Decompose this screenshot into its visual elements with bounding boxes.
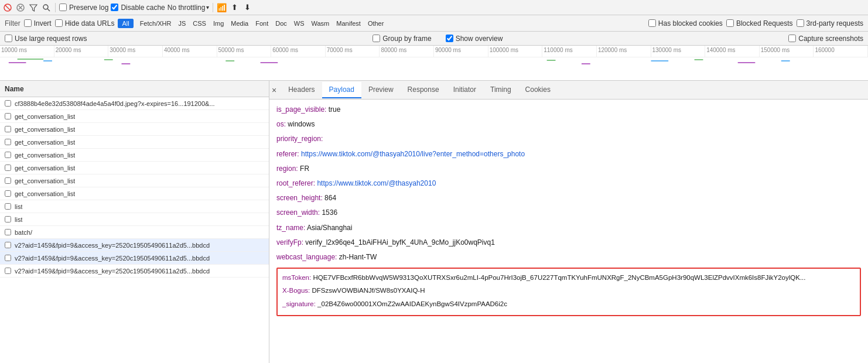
filter-icon[interactable]: [28, 2, 39, 13]
filter-ws[interactable]: WS: [291, 19, 307, 28]
item-checkbox[interactable]: [5, 255, 11, 261]
item-checkbox[interactable]: [5, 177, 11, 184]
group-by-frame-checkbox[interactable]: Group by frame: [373, 35, 431, 43]
tab-initiator[interactable]: Initiator: [446, 82, 483, 98]
filter-fetch-xhr[interactable]: Fetch/XHR: [137, 19, 175, 28]
list-item[interactable]: get_conversation_list: [0, 110, 269, 123]
payload-value[interactable]: https://www.tiktok.com/@thasyah2010: [317, 179, 436, 187]
item-checkbox[interactable]: [5, 268, 11, 274]
third-party-checkbox[interactable]: 3rd-party requests: [797, 19, 863, 28]
list-item[interactable]: get_conversation_list: [0, 149, 269, 162]
no-throttling-label: No throttling: [168, 4, 206, 12]
list-item[interactable]: v2?aid=1459&fpid=9&access_key=2520c19505…: [0, 239, 269, 252]
request-list-body[interactable]: cf3888b4e8e32d53808f4ade4a5a4f0d.jpeg?x-…: [0, 97, 269, 363]
svg-rect-14: [261, 62, 278, 63]
payload-key: root_referer:: [276, 179, 315, 187]
capture-screenshots-checkbox[interactable]: Capture screenshots: [788, 35, 863, 43]
list-item[interactable]: v2?aid=1459&fpid=9&access_key=2520c19505…: [0, 265, 269, 278]
svg-marker-5: [30, 5, 37, 11]
payload-value: 1536: [322, 208, 337, 217]
timeline-marks: 10000 ms 20000 ms 30000 ms 40000 ms 5000…: [0, 46, 868, 57]
blocked-requests-checkbox[interactable]: Blocked Requests: [726, 19, 793, 28]
payload-value: 864: [324, 194, 336, 202]
filter-all-btn[interactable]: All: [118, 19, 133, 28]
tab-timing[interactable]: Timing: [483, 82, 518, 98]
item-name: cf3888b4e8e32d53808f4ade4a5a4f0d.jpeg?x-…: [15, 100, 215, 107]
timeline-ruler[interactable]: 10000 ms 20000 ms 30000 ms 40000 ms 5000…: [0, 46, 868, 80]
list-item[interactable]: get_conversation_list: [0, 174, 269, 187]
list-item[interactable]: get_conversation_list: [0, 162, 269, 174]
name-column-header: Name: [5, 85, 24, 93]
payload-value[interactable]: https://www.tiktok.com/@thasyah2010/live…: [301, 150, 525, 158]
list-item[interactable]: batch/: [0, 226, 269, 239]
list-item[interactable]: v2?aid=1459&fpid=9&access_key=2520c19505…: [0, 252, 269, 265]
list-item[interactable]: list: [0, 200, 269, 213]
item-name: list: [15, 216, 22, 223]
item-checkbox[interactable]: [5, 126, 11, 132]
item-checkbox[interactable]: [5, 190, 11, 197]
filter-css[interactable]: CSS: [190, 19, 209, 28]
item-checkbox[interactable]: [5, 242, 11, 248]
no-symbol-icon[interactable]: [2, 2, 13, 13]
list-item[interactable]: list: [0, 213, 269, 226]
disable-cache-checkbox[interactable]: Disable cache: [111, 4, 165, 12]
preserve-log-checkbox[interactable]: Preserve log: [59, 4, 108, 12]
has-blocked-cookies-checkbox[interactable]: Has blocked cookies: [648, 19, 723, 28]
filter-other[interactable]: Other: [365, 19, 387, 28]
tab-cookies[interactable]: Cookies: [518, 82, 558, 98]
item-checkbox[interactable]: [5, 229, 11, 235]
filter-wasm[interactable]: Wasm: [309, 19, 333, 28]
large-rows-label: Use large request rows: [15, 35, 87, 43]
no-throttling-select-wrap[interactable]: No throttling ▾: [168, 4, 210, 12]
options-right: Group by frame: [373, 35, 431, 43]
item-name: v2?aid=1459&fpid=9&access_key=2520c19505…: [15, 268, 210, 275]
filter-font[interactable]: Font: [252, 19, 271, 28]
filter-js[interactable]: JS: [175, 19, 189, 28]
timeline-mark: 20000 ms: [54, 46, 109, 57]
large-rows-checkbox[interactable]: Use large request rows: [5, 35, 87, 43]
list-item[interactable]: get_conversation_list: [0, 123, 269, 136]
item-checkbox[interactable]: [5, 113, 11, 119]
item-checkbox[interactable]: [5, 152, 11, 158]
tab-headers[interactable]: Headers: [281, 82, 322, 98]
clear-icon[interactable]: [15, 2, 26, 13]
mstoken-value: HQE7VFBcxfR6bbWvqW5W9313QoXUTRXSxr6u2mLI…: [313, 274, 805, 281]
timeline-mark: 150000 ms: [760, 46, 814, 57]
search-icon[interactable]: [41, 2, 52, 13]
payload-key: tz_name:: [276, 224, 305, 232]
blocked-requests-label: Blocked Requests: [736, 19, 793, 28]
svg-rect-16: [582, 63, 590, 64]
upload-btn[interactable]: ⬆: [229, 2, 240, 13]
item-name: get_conversation_list: [15, 190, 75, 197]
svg-line-1: [5, 5, 10, 10]
show-overview-checkbox[interactable]: Show overview: [446, 35, 503, 43]
throttle-dropdown-icon[interactable]: ▾: [206, 4, 209, 11]
item-checkbox[interactable]: [5, 165, 11, 171]
item-checkbox[interactable]: [5, 100, 11, 107]
filter-media[interactable]: Media: [228, 19, 251, 28]
payload-field: tz_name: Asia/Shanghai: [276, 222, 861, 234]
main-panel: Name cf3888b4e8e32d53808f4ade4a5a4f0d.jp…: [0, 81, 868, 363]
invert-label: Invert: [34, 19, 52, 28]
filter-right: Has blocked cookies Blocked Requests 3rd…: [648, 19, 863, 28]
hide-data-urls-checkbox[interactable]: Hide data URLs: [55, 19, 115, 28]
list-item[interactable]: cf3888b4e8e32d53808f4ade4a5a4f0d.jpeg?x-…: [0, 97, 269, 110]
list-item[interactable]: get_conversation_list: [0, 187, 269, 200]
detail-panel: × Headers Payload Preview Response Initi…: [269, 81, 868, 363]
close-btn[interactable]: ×: [272, 85, 276, 95]
third-party-label: 3rd-party requests: [807, 19, 863, 28]
item-checkbox[interactable]: [5, 203, 11, 210]
tab-payload[interactable]: Payload: [322, 82, 361, 98]
download-btn[interactable]: ⬇: [242, 2, 252, 13]
tab-preview[interactable]: Preview: [361, 82, 401, 98]
detail-content[interactable]: is_page_visible: true os: windows priori…: [269, 100, 868, 363]
tab-response[interactable]: Response: [401, 82, 446, 98]
filter-doc[interactable]: Doc: [272, 19, 290, 28]
item-checkbox[interactable]: [5, 216, 11, 222]
filter-img[interactable]: Img: [210, 19, 227, 28]
list-item[interactable]: get_conversation_list: [0, 136, 269, 149]
invert-checkbox[interactable]: Invert: [24, 19, 52, 28]
item-checkbox[interactable]: [5, 139, 11, 145]
filter-manifest[interactable]: Manifest: [333, 19, 364, 28]
payload-key: os:: [276, 120, 286, 128]
